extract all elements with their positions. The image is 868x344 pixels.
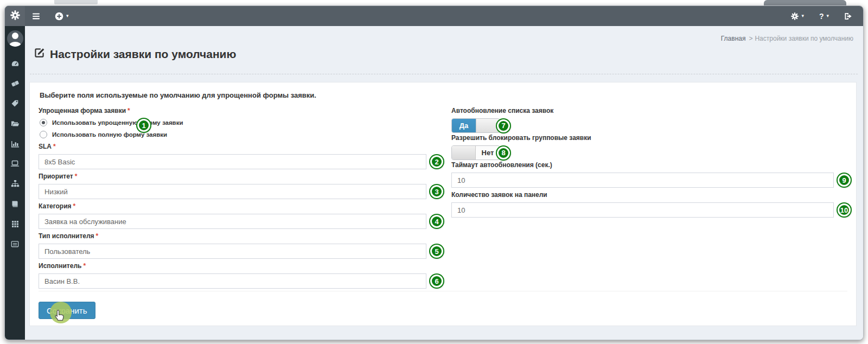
field-category: Категория* 4 xyxy=(39,202,426,229)
field-label: Количество заявок на панели xyxy=(451,191,834,199)
page-title-text: Настройки заявки по умолчанию xyxy=(50,48,236,61)
intro-text: Выберите поля используемые по умолчанию … xyxy=(40,91,847,99)
annotation-badge-2: 2 xyxy=(430,155,443,168)
required-marker: * xyxy=(127,107,130,114)
toggle-off-label: Нет xyxy=(476,146,500,160)
sidebar-item-lists[interactable] xyxy=(5,234,25,254)
help-dropdown-button[interactable]: ? ▾ xyxy=(812,6,837,26)
laptop-icon xyxy=(10,160,20,168)
sla-input[interactable] xyxy=(39,154,426,169)
field-label: Категория* xyxy=(39,202,426,211)
sidebar-item-dashboard[interactable] xyxy=(5,53,25,73)
radio-button-checked[interactable] xyxy=(40,119,47,126)
field-simplified-form: Упрощенная форма заявки* Использовать уп… xyxy=(39,107,426,138)
sidebar-item-knowledge-base[interactable] xyxy=(5,194,25,214)
toggle-knob xyxy=(452,146,476,160)
radio-label: Использовать упрощенную форму заявки xyxy=(52,119,183,126)
logout-button[interactable] xyxy=(837,6,860,26)
toggle-knob xyxy=(476,119,500,132)
annotation-badge-5: 5 xyxy=(430,245,443,258)
sidebar-item-modules[interactable] xyxy=(5,214,25,234)
title-divider xyxy=(30,74,858,74)
caret-down-icon: ▾ xyxy=(66,14,69,18)
radio-button-unchecked[interactable] xyxy=(40,131,47,138)
breadcrumb-current: Настройки заявки по умолчанию xyxy=(755,35,853,42)
sitemap-icon xyxy=(11,180,20,188)
toggle-on-label: Да xyxy=(452,119,476,132)
sidebar-item-files[interactable] xyxy=(5,113,25,133)
form-grid: Упрощенная форма заявки* Использовать уп… xyxy=(39,107,847,292)
field-allow-group-lock: Разрешить блокировать групповые заявки Н… xyxy=(451,134,834,160)
refresh-timeout-input[interactable] xyxy=(451,173,834,188)
edit-icon xyxy=(34,47,45,61)
bar-chart-icon xyxy=(11,139,20,148)
field-label: Тип исполнителя* xyxy=(39,232,426,240)
sidebar-item-tags[interactable] xyxy=(5,93,25,113)
radio-option-full[interactable]: Использовать полную форму заявки xyxy=(40,131,426,138)
required-marker: * xyxy=(96,232,99,240)
sidebar-item-reports[interactable] xyxy=(5,133,25,154)
required-marker: * xyxy=(53,143,56,150)
settings-gear-icon xyxy=(791,12,799,20)
sidebar xyxy=(5,26,25,340)
sidebar-toggle-button[interactable] xyxy=(25,6,47,26)
app-window: ▾ xyxy=(4,5,864,340)
logout-icon xyxy=(844,12,852,20)
grid-icon xyxy=(11,220,19,228)
plus-circle-icon xyxy=(55,12,63,21)
field-label: SLA* xyxy=(39,143,426,151)
form-right-column: Автообновление списка заявок Да 7 xyxy=(451,107,834,292)
auto-refresh-toggle[interactable]: Да xyxy=(451,118,500,133)
annotation-badge-7: 7 xyxy=(497,119,510,132)
save-button[interactable]: Сохранить xyxy=(39,302,95,319)
breadcrumb-home[interactable]: Главная xyxy=(721,35,746,42)
executor-input[interactable] xyxy=(39,273,426,289)
navbar-left-group: ▾ xyxy=(25,6,76,26)
radio-option-simplified[interactable]: Использовать упрощенную форму заявки xyxy=(40,119,426,126)
sidebar-item-tickets[interactable] xyxy=(5,73,25,93)
help-icon: ? xyxy=(819,12,824,21)
settings-panel: Выберите поля используемые по умолчанию … xyxy=(29,82,857,326)
executor-type-input[interactable] xyxy=(39,244,426,259)
radio-label: Использовать полную форму заявки xyxy=(52,131,167,138)
field-executor-type: Тип исполнителя* 5 xyxy=(39,232,426,259)
allow-group-lock-toggle[interactable]: Нет xyxy=(451,145,500,160)
tag-icon xyxy=(11,99,19,107)
field-label: Таймаут автообновления (сек.) xyxy=(451,161,834,169)
category-input[interactable] xyxy=(39,214,426,229)
caret-down-icon: ▾ xyxy=(826,14,829,18)
panel-footer: Сохранить xyxy=(39,291,847,319)
top-navbar: ▾ xyxy=(5,6,863,26)
field-auto-refresh: Автообновление списка заявок Да 7 xyxy=(451,107,834,133)
annotation-badge-9: 9 xyxy=(838,174,851,187)
list-alt-icon xyxy=(11,240,19,248)
sidebar-item-structure[interactable] xyxy=(5,174,25,194)
main-content: Главная>Настройки заявки по умолчанию На… xyxy=(25,26,863,340)
form-left-column: Упрощенная форма заявки* Использовать уп… xyxy=(39,107,426,292)
field-label: Разрешить блокировать групповые заявки xyxy=(451,134,834,142)
dashboard-gauge-icon xyxy=(11,59,20,68)
annotation-badge-1: 1 xyxy=(137,119,150,132)
required-marker: * xyxy=(83,262,86,270)
annotation-badge-4: 4 xyxy=(430,215,443,228)
page-background: ▾ xyxy=(0,0,868,344)
folder-open-icon xyxy=(11,119,20,128)
field-label: Исполнитель* xyxy=(39,262,426,270)
tickets-on-panel-input[interactable] xyxy=(451,202,834,218)
required-marker: * xyxy=(73,202,76,210)
sidebar-menu xyxy=(5,53,25,254)
navbar-right-group: ▾ ? ▾ xyxy=(783,6,863,26)
field-label: Упрощенная форма заявки* xyxy=(39,107,426,115)
user-avatar[interactable] xyxy=(7,30,23,47)
sidebar-item-workstations[interactable] xyxy=(5,154,25,174)
create-new-dropdown-button[interactable]: ▾ xyxy=(47,6,76,26)
breadcrumb-separator: > xyxy=(749,35,752,42)
settings-dropdown-button[interactable]: ▾ xyxy=(783,6,812,26)
field-label: Автообновление списка заявок xyxy=(451,107,834,115)
admin-logo-button[interactable] xyxy=(5,6,25,26)
save-button-label: Сохранить xyxy=(47,306,87,315)
app-body: Главная>Настройки заявки по умолчанию На… xyxy=(5,26,863,340)
priority-input[interactable] xyxy=(39,184,426,199)
page-title: Настройки заявки по умолчанию xyxy=(34,47,863,61)
field-priority: Приоритет* 3 xyxy=(39,173,426,199)
